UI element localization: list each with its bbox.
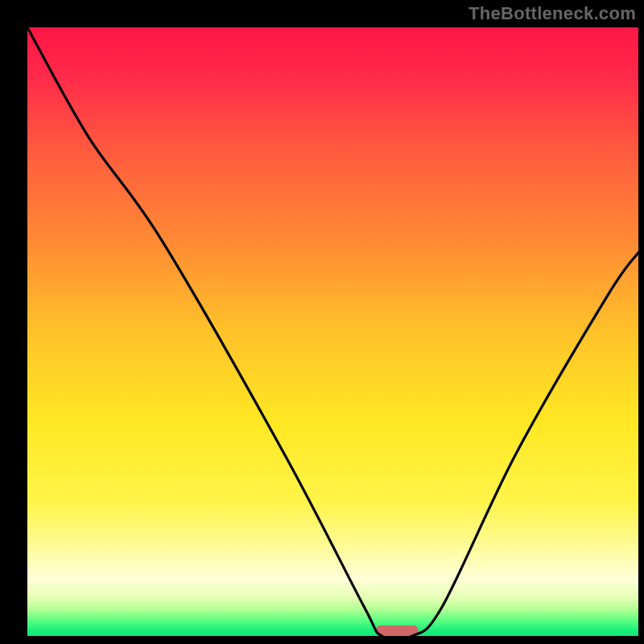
optimum-marker	[376, 625, 419, 636]
chart-stage: TheBottleneck.com	[0, 0, 644, 644]
watermark-text: TheBottleneck.com	[469, 3, 636, 24]
bottleneck-chart	[0, 0, 644, 644]
